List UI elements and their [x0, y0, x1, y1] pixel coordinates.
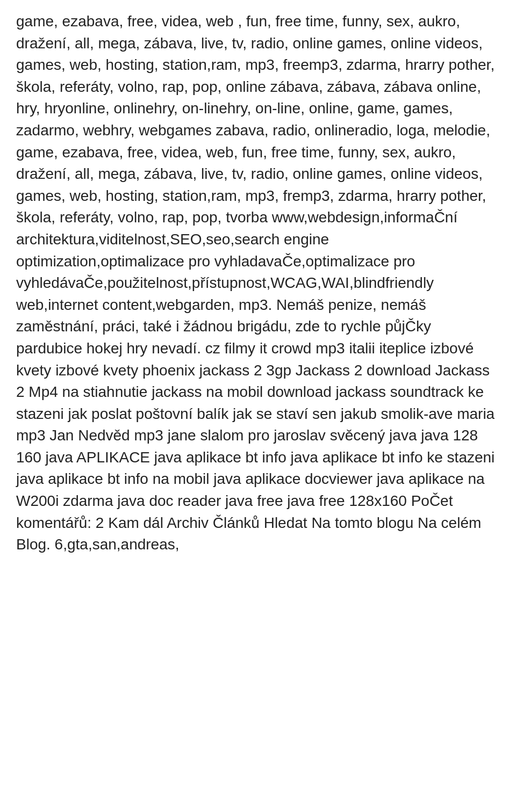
main-content-text: game, ezabava, free, videa, web , fun, f…: [16, 11, 500, 556]
